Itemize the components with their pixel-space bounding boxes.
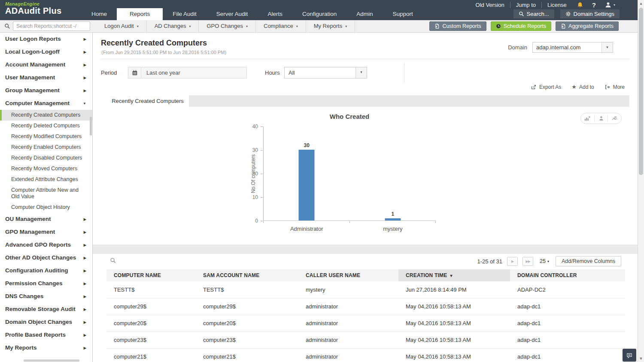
sidebar-item[interactable]: Profile Based Reports xyxy=(0,329,92,341)
chart-refresh-icon[interactable] xyxy=(608,115,621,122)
sidebar-item[interactable]: Recently Created Computers xyxy=(0,110,92,121)
next-page-button[interactable]: ▶ xyxy=(507,257,518,266)
sidebar-scrollbar-thumb[interactable] xyxy=(90,117,92,136)
header-link[interactable]: Jump to xyxy=(510,2,542,8)
bar-value-label: 1 xyxy=(391,211,394,217)
notifications-bell-icon[interactable] xyxy=(572,2,588,9)
sidebar-item[interactable]: Recently Moved Computers xyxy=(0,163,92,174)
y-tick-label: 10 xyxy=(244,194,263,200)
toolbar-action-button[interactable]: Custom Reports xyxy=(429,21,486,31)
sidebar-item[interactable]: Computer Object History xyxy=(0,202,92,213)
sidebar-item[interactable]: User Management xyxy=(0,71,92,84)
toolbar-action-button[interactable]: Schedule Reports xyxy=(491,21,551,31)
chat-widget-button[interactable] xyxy=(623,349,636,362)
sidebar-item[interactable]: Recently Deleted Computers xyxy=(0,121,92,131)
cell-sam-account-name: computer21$ xyxy=(196,348,298,362)
table-row[interactable]: computer21$ computer21$ administrator Ma… xyxy=(106,348,625,362)
report-tabbar: Recently Created Computers xyxy=(106,95,629,107)
col-creation-time[interactable]: CREATION TIME xyxy=(398,269,510,281)
table-row[interactable]: computer20$ computer20$ administrator Ma… xyxy=(106,315,625,332)
sidebar-item[interactable]: Computer Attribute New and Old Value xyxy=(0,185,92,202)
sidebar-item[interactable]: Removable Storage Audit xyxy=(0,303,92,316)
scroll-up-arrow[interactable]: ▲ xyxy=(638,1,644,6)
report-action[interactable]: ★ More xyxy=(605,84,625,90)
report-action[interactable]: ★ Add to xyxy=(571,84,594,90)
domain-select[interactable]: adap.internal.com ▾ xyxy=(532,42,613,53)
sidebar-item[interactable]: Permission Changes xyxy=(0,277,92,290)
cell-caller-user-name: administrator xyxy=(298,332,398,348)
scroll-down-arrow[interactable]: ▼ xyxy=(638,356,644,361)
sidebar-item[interactable]: My Reports xyxy=(0,341,92,354)
report-category-menus: Logon Audit▾ AD Changes▾ GPO Changes▾ Co… xyxy=(97,20,355,32)
report-menu[interactable]: Logon Audit▾ xyxy=(97,20,147,32)
table-row[interactable]: computer29$ computer29$ administrator Ma… xyxy=(106,298,625,315)
sidebar-item[interactable]: OU Management xyxy=(0,213,92,226)
report-menu[interactable]: My Reports▾ xyxy=(306,20,355,32)
chevron-down-icon: ▾ xyxy=(189,21,191,33)
report-action[interactable]: ★ Export As xyxy=(531,84,561,90)
nav-tab[interactable]: Configuration xyxy=(292,8,346,20)
nav-tab[interactable]: Admin xyxy=(346,8,383,20)
app-logo[interactable]: ManageEngine ADAudit Plus xyxy=(5,1,61,16)
sidebar-item[interactable]: Configuration Auditing xyxy=(0,264,92,277)
sidebar-item[interactable]: GPO Management xyxy=(0,226,92,238)
sidebar-item[interactable]: Recently Modified Computers xyxy=(0,131,92,142)
table-row[interactable]: TESTT$ TESTT$ mystery Jun 27,2016 8:14:4… xyxy=(106,281,625,298)
col-computer-name[interactable]: COMPUTER NAME xyxy=(106,269,196,281)
chart-bar[interactable] xyxy=(385,218,401,221)
chart-type-add-icon[interactable] xyxy=(581,115,594,122)
col-caller-user-name[interactable]: CALLER USER NAME xyxy=(298,269,398,281)
report-table-panel: 1-25 of 31 ▶ ▶▶ 25▾ Add/Remove Columns C… xyxy=(93,254,638,362)
sidebar-item[interactable]: Other AD Object Changes xyxy=(0,251,92,264)
table-row[interactable]: computer23$ computer23$ administrator Ma… xyxy=(106,332,625,348)
sidebar-item[interactable]: Local Logon-Logoff xyxy=(0,45,92,58)
sidebar-item[interactable]: Recently Enabled Computers xyxy=(0,142,92,153)
sidebar-item[interactable]: Account Management xyxy=(0,58,92,71)
header-link[interactable]: License xyxy=(542,2,572,8)
chart-user-icon[interactable] xyxy=(594,115,608,122)
report-menu[interactable]: GPO Changes▾ xyxy=(199,20,256,32)
page-size-select[interactable]: 25▾ xyxy=(540,258,549,264)
domain-label: Domain xyxy=(508,44,527,51)
hours-select[interactable]: All ▾ xyxy=(284,67,367,78)
report-menu[interactable]: AD Changes▾ xyxy=(147,20,199,32)
sidebar-item[interactable]: Extended Attribute Changes xyxy=(0,174,92,185)
period-picker[interactable]: Last one year xyxy=(128,67,247,78)
nav-tab[interactable]: Server Audit xyxy=(207,8,258,20)
sidebar-item[interactable]: Recently Disabled Computers xyxy=(0,153,92,163)
sidebar-hscrollbar-thumb[interactable] xyxy=(24,359,79,362)
search-reports-input[interactable] xyxy=(13,21,90,31)
sidebar-item-label: Group Management xyxy=(5,87,60,94)
nav-tab[interactable]: Reports xyxy=(117,8,163,20)
sidebar-item[interactable]: Computer Management xyxy=(0,97,92,110)
sidebar-item[interactable]: Domain Object Changes xyxy=(0,316,92,329)
hours-select-value: All xyxy=(285,67,355,78)
scrollbar-thumb[interactable] xyxy=(639,8,643,175)
global-search-button[interactable]: Search... xyxy=(513,9,554,18)
last-page-button[interactable]: ▶▶ xyxy=(522,257,533,266)
chart-bar[interactable] xyxy=(299,150,315,220)
user-account-icon[interactable]: ▾ xyxy=(600,1,620,9)
table-search-icon[interactable] xyxy=(110,257,116,264)
toolbar-action-button[interactable]: Aggregate Reports xyxy=(556,21,619,31)
col-sam-account-name[interactable]: SAM ACCOUNT NAME xyxy=(196,269,298,281)
sidebar-item-label: Account Management xyxy=(5,62,65,68)
report-menu[interactable]: Compliance▾ xyxy=(256,20,306,32)
sidebar-item[interactable]: User Logon Reports xyxy=(0,33,92,45)
sidebar-item[interactable]: Advanced GPO Reports xyxy=(0,238,92,251)
nav-tab[interactable]: Home xyxy=(82,8,117,20)
tab-recently-created-computers[interactable]: Recently Created Computers xyxy=(106,95,189,107)
domain-settings-button[interactable]: Domain Settings xyxy=(560,9,620,18)
bar-category-label: mystery xyxy=(350,226,436,232)
header-link[interactable]: Old Version xyxy=(470,2,510,8)
nav-tab[interactable]: Alerts xyxy=(258,8,292,20)
sidebar-item[interactable]: DNS Changes xyxy=(0,290,92,303)
col-domain-controller[interactable]: DOMAIN CONTROLLER xyxy=(510,269,625,281)
page-scrollbar[interactable]: ▲ ▼ xyxy=(638,0,644,362)
nav-tab[interactable]: Support xyxy=(383,8,422,20)
nav-tab[interactable]: File Audit xyxy=(163,8,207,20)
chevron-icon xyxy=(83,100,86,107)
sidebar-item[interactable]: Group Management xyxy=(0,84,92,97)
help-icon[interactable]: ? xyxy=(588,1,600,9)
add-remove-columns-button[interactable]: Add/Remove Columns xyxy=(556,256,621,266)
